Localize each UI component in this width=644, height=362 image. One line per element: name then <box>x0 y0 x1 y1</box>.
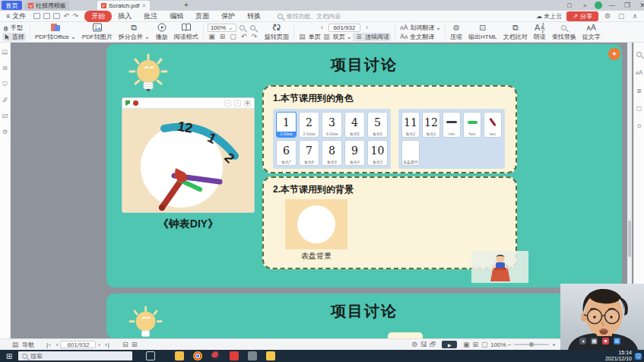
translate-rail-icon[interactable]: 🗚 <box>636 69 642 77</box>
bookmark-icon[interactable]: 🕮 <box>2 49 8 56</box>
rotate-left-icon[interactable]: ↶ <box>240 33 249 40</box>
select-tool-button[interactable]: 选择 <box>2 33 26 41</box>
sprite-thumb-second-hand[interactable]: sec <box>484 112 502 138</box>
sprite-thumb[interactable]: 4角色5 <box>344 112 365 138</box>
menu-comment[interactable]: 批注 <box>138 11 163 21</box>
sprite-thumb[interactable]: 12角色1 <box>422 112 440 138</box>
sprite-thumb[interactable]: 5角色6 <box>367 112 388 138</box>
menu-edit[interactable]: 编辑 <box>163 11 189 21</box>
menu-list-icon[interactable]: ≡ <box>579 3 590 8</box>
screen-share-icon[interactable]: ▦ <box>591 338 598 345</box>
play-button[interactable]: 播放 <box>153 22 171 42</box>
save-status-icon[interactable]: 🖫 <box>419 341 428 348</box>
play-slideshow-button[interactable]: ▶ <box>442 341 457 348</box>
comments-icon[interactable]: 🗩 <box>2 81 8 87</box>
sprite-thumb[interactable]: 33-Glow <box>322 112 342 138</box>
search-doc-icon[interactable] <box>636 52 642 59</box>
maximize-button[interactable]: ❐ <box>622 2 633 9</box>
prev-page-icon[interactable]: ‹ <box>318 24 327 31</box>
fit-page-icon[interactable]: ▣ <box>208 33 217 40</box>
zoom-out-minus-icon[interactable]: − <box>508 341 512 348</box>
settings-icon[interactable]: ⚙ <box>603 12 612 20</box>
floating-assistant-badge[interactable]: ✦ <box>608 48 620 60</box>
stage-fullscreen-icon[interactable]: ✥ <box>244 100 251 106</box>
sprite-thumb[interactable]: 8角色9 <box>322 140 342 166</box>
last-page-icon[interactable]: ›| <box>105 341 110 348</box>
taskbar-search-input[interactable]: 搜索 <box>18 351 132 360</box>
apps-grid-icon[interactable]: ⊞ <box>614 338 620 345</box>
list-rail-icon[interactable]: ≣ <box>636 87 642 94</box>
browser-icon[interactable] <box>211 351 220 360</box>
sprite-thumb[interactable]: 9角色4 <box>344 140 365 166</box>
find-replace-button[interactable]: 查找替换 <box>549 22 579 42</box>
actual-size-status-icon[interactable]: ▢ <box>480 341 489 348</box>
sprite-thumb[interactable]: 11角色2 <box>401 112 420 138</box>
sprite-thumb[interactable]: 11-Glow <box>276 112 297 138</box>
actual-size-icon[interactable]: ▢ <box>229 33 238 40</box>
doc-compare-button[interactable]: ⧉文档比对 <box>500 22 531 42</box>
stop-icon[interactable] <box>133 100 138 106</box>
collapse-ribbon-icon[interactable]: ∧ <box>630 12 639 20</box>
scrollbar-thumb[interactable] <box>628 221 631 257</box>
fit-width-status-icon[interactable]: ⊞ <box>471 341 480 348</box>
double-page-button[interactable]: ▥双页⌄ <box>322 33 352 41</box>
first-page-icon[interactable]: |‹ <box>46 341 52 348</box>
pdf-to-image-button[interactable]: PDF转图片 <box>79 22 116 42</box>
collapse-panel-icon[interactable]: ⊟ <box>121 341 130 348</box>
pdf-to-office-button[interactable]: PDF转Office ⌄ <box>32 22 79 42</box>
export-html-button[interactable]: ⊡输出HTML <box>465 22 500 42</box>
continuous-read-button[interactable]: ≣连续阅读 <box>353 33 391 41</box>
menu-convert[interactable]: 转换 <box>241 11 267 21</box>
layout-icon[interactable]: ▢ <box>564 2 575 8</box>
cloud-status[interactable]: ☁未上云 <box>536 12 562 21</box>
redo-icon[interactable]: ↷ <box>71 12 80 20</box>
taskbar-clock[interactable]: 15:14 2021/12/10 <box>605 350 632 362</box>
help-icon[interactable]: ⊙ <box>636 122 642 129</box>
next-page-icon[interactable]: › <box>98 341 100 348</box>
menu-page[interactable]: 页面 <box>189 11 215 21</box>
rotate-right-icon[interactable]: ↷ <box>250 33 259 40</box>
settings-rail-icon[interactable]: ⚙ <box>2 129 8 135</box>
sprite-thumb[interactable]: 22-Glow <box>299 112 319 138</box>
microphone-icon[interactable]: 🕨 <box>579 338 586 345</box>
file-menu[interactable]: ≡文件 <box>0 11 32 21</box>
zoom-out-icon[interactable] <box>238 24 247 32</box>
zoom-in-plus-icon[interactable]: + <box>552 341 556 348</box>
full-translate-button[interactable]: 🗛全文翻译 <box>399 33 441 41</box>
panel-rail-icon[interactable]: ▢ <box>636 105 642 112</box>
compress-button[interactable]: ⊜压缩 <box>447 22 465 42</box>
sprite-thumb[interactable]: 6角色7 <box>276 140 297 166</box>
notification-center-icon[interactable]: 🗨 <box>635 353 642 360</box>
attachment-icon[interactable]: 🖇 <box>2 97 8 103</box>
notes-app-icon[interactable] <box>266 351 275 360</box>
open-icon[interactable] <box>33 13 40 19</box>
start-button[interactable]: ⊞ <box>0 352 18 360</box>
zoom-slider[interactable] <box>514 344 549 345</box>
new-tab-button[interactable]: + <box>184 1 189 9</box>
close-tab-icon[interactable]: ✕ <box>141 3 146 9</box>
zoom-in-icon[interactable] <box>249 24 258 32</box>
sprite-thumb-ring[interactable]: 表盘圆环 <box>401 140 420 166</box>
expand-panel-icon[interactable]: ⊞ <box>130 341 139 348</box>
command-search-input[interactable]: 查找功能、文档内容 <box>278 12 341 21</box>
menu-protect[interactable]: 保护 <box>215 11 241 21</box>
camera-app-icon[interactable] <box>248 351 257 360</box>
sprite-thumb[interactable]: 10角色3 <box>367 140 388 166</box>
prev-page-icon[interactable]: ‹ <box>56 341 59 348</box>
share-button[interactable]: ↗分享 <box>566 11 598 21</box>
stage-small-icon[interactable]: ▫ <box>224 100 231 106</box>
green-flag-icon[interactable] <box>125 100 130 106</box>
single-page-button[interactable]: ▤单页 <box>298 33 321 41</box>
statusbar-page-indicator[interactable]: 601/932 <box>60 341 96 348</box>
zoom-slider-knob[interactable] <box>529 342 534 347</box>
tab-scratch-pdf[interactable]: P Scratch.pdf ✕ <box>97 1 150 11</box>
word-translate-button[interactable]: 🗚划词翻译⌄ <box>399 24 441 32</box>
sprite-thumb-minute-hand[interactable]: min <box>443 112 461 138</box>
split-merge-button[interactable]: ⧉ 拆分合并 ⌄ <box>116 22 153 42</box>
pages-view-icon[interactable]: 🗗 <box>428 341 437 348</box>
stamp-icon[interactable]: 🖃 <box>2 113 8 119</box>
task-view-icon[interactable] <box>146 351 155 360</box>
rotate-page-button[interactable]: 🗘 旋转页面 <box>262 22 292 42</box>
close-button[interactable]: ✕ <box>637 2 644 9</box>
read-mode-button[interactable]: 阅读模式 <box>171 22 201 42</box>
